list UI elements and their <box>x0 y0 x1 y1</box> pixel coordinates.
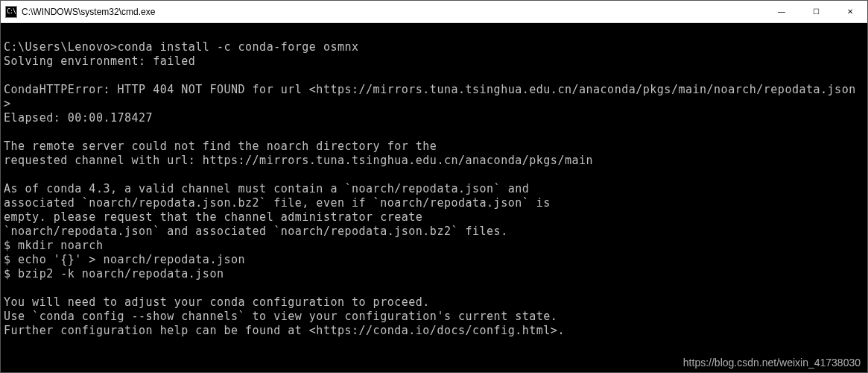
watermark-text: https://blog.csdn.net/weixin_41738030 <box>683 357 861 369</box>
maximize-button[interactable]: ☐ <box>799 1 833 22</box>
titlebar[interactable]: C:\ C:\WINDOWS\system32\cmd.exe — ☐ ✕ <box>1 1 867 23</box>
window-controls: — ☐ ✕ <box>764 1 867 22</box>
cmd-icon: C:\ <box>5 6 17 18</box>
window-title: C:\WINDOWS\system32\cmd.exe <box>22 7 764 17</box>
minimize-button[interactable]: — <box>764 1 799 22</box>
close-button[interactable]: ✕ <box>833 1 867 22</box>
cmd-window: C:\ C:\WINDOWS\system32\cmd.exe — ☐ ✕ C:… <box>0 0 868 373</box>
terminal-output[interactable]: C:\Users\Lenovo>conda install -c conda-f… <box>1 23 867 372</box>
